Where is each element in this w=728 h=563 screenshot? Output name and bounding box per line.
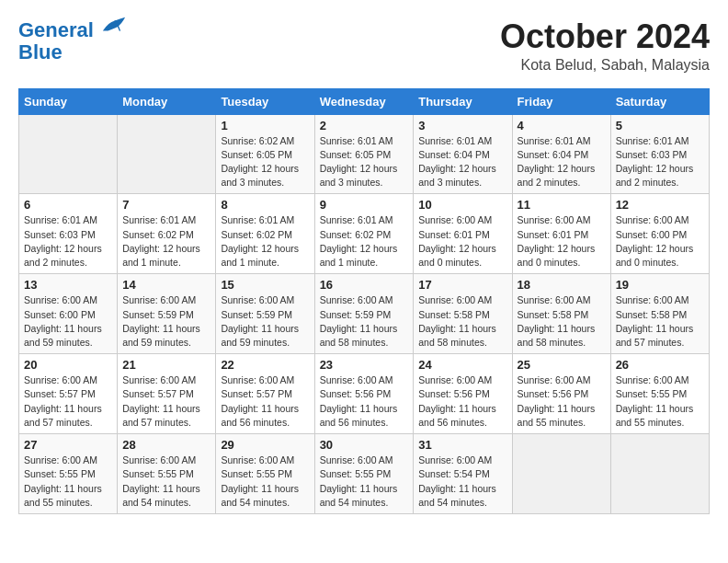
calendar-cell: 21Sunrise: 6:00 AM Sunset: 5:57 PM Dayli… <box>118 354 216 434</box>
day-info: Sunrise: 6:01 AM Sunset: 6:04 PM Dayligh… <box>418 134 506 190</box>
day-info: Sunrise: 6:00 AM Sunset: 5:57 PM Dayligh… <box>221 373 309 430</box>
day-info: Sunrise: 6:00 AM Sunset: 5:54 PM Dayligh… <box>418 454 506 510</box>
day-number: 19 <box>616 278 704 292</box>
day-info: Sunrise: 6:00 AM Sunset: 5:58 PM Dayligh… <box>518 293 606 350</box>
day-info: Sunrise: 6:00 AM Sunset: 6:00 PM Dayligh… <box>616 213 704 270</box>
calendar-cell: 4Sunrise: 6:01 AM Sunset: 6:04 PM Daylig… <box>512 114 610 194</box>
col-header-thursday: Thursday <box>414 88 512 114</box>
day-info: Sunrise: 6:00 AM Sunset: 6:01 PM Dayligh… <box>418 213 506 270</box>
day-info: Sunrise: 6:01 AM Sunset: 6:02 PM Dayligh… <box>320 213 409 270</box>
day-number: 11 <box>518 198 606 212</box>
calendar-cell: 24Sunrise: 6:00 AM Sunset: 5:56 PM Dayli… <box>414 354 512 434</box>
col-header-monday: Monday <box>118 88 216 114</box>
day-number: 22 <box>221 358 309 372</box>
day-number: 29 <box>221 438 309 452</box>
day-info: Sunrise: 6:02 AM Sunset: 6:05 PM Dayligh… <box>221 134 309 190</box>
day-number: 5 <box>616 119 704 132</box>
logo-bird-icon <box>101 15 127 37</box>
calendar-cell: 6Sunrise: 6:01 AM Sunset: 6:03 PM Daylig… <box>19 194 118 274</box>
day-info: Sunrise: 6:00 AM Sunset: 5:56 PM Dayligh… <box>518 373 606 430</box>
day-info: Sunrise: 6:00 AM Sunset: 5:59 PM Dayligh… <box>122 293 210 350</box>
col-header-friday: Friday <box>512 88 610 114</box>
calendar-cell <box>512 434 610 514</box>
day-number: 10 <box>418 198 506 212</box>
day-info: Sunrise: 6:00 AM Sunset: 5:55 PM Dayligh… <box>616 373 704 430</box>
calendar-cell: 28Sunrise: 6:00 AM Sunset: 5:55 PM Dayli… <box>118 434 216 514</box>
calendar-cell: 19Sunrise: 6:00 AM Sunset: 5:58 PM Dayli… <box>610 274 709 354</box>
calendar-cell: 8Sunrise: 6:01 AM Sunset: 6:02 PM Daylig… <box>216 194 314 274</box>
calendar-cell: 17Sunrise: 6:00 AM Sunset: 5:58 PM Dayli… <box>414 274 512 354</box>
calendar-cell: 10Sunrise: 6:00 AM Sunset: 6:01 PM Dayli… <box>414 194 512 274</box>
day-number: 28 <box>122 438 210 452</box>
day-info: Sunrise: 6:00 AM Sunset: 6:00 PM Dayligh… <box>24 293 112 350</box>
calendar-cell: 9Sunrise: 6:01 AM Sunset: 6:02 PM Daylig… <box>314 194 414 274</box>
calendar-cell: 3Sunrise: 6:01 AM Sunset: 6:04 PM Daylig… <box>414 114 512 194</box>
day-number: 1 <box>221 119 309 132</box>
logo-text2: Blue <box>18 41 127 63</box>
day-info: Sunrise: 6:00 AM Sunset: 5:55 PM Dayligh… <box>24 454 112 510</box>
day-info: Sunrise: 6:00 AM Sunset: 5:56 PM Dayligh… <box>320 373 409 430</box>
calendar-cell: 11Sunrise: 6:00 AM Sunset: 6:01 PM Dayli… <box>512 194 610 274</box>
day-info: Sunrise: 6:00 AM Sunset: 5:59 PM Dayligh… <box>320 293 409 350</box>
day-number: 25 <box>518 358 606 372</box>
day-number: 3 <box>418 119 506 132</box>
day-info: Sunrise: 6:00 AM Sunset: 5:57 PM Dayligh… <box>122 373 210 430</box>
day-info: Sunrise: 6:01 AM Sunset: 6:05 PM Dayligh… <box>320 134 409 190</box>
day-number: 17 <box>418 278 506 292</box>
day-number: 14 <box>122 278 210 292</box>
calendar-cell: 12Sunrise: 6:00 AM Sunset: 6:00 PM Dayli… <box>610 194 709 274</box>
day-number: 21 <box>122 358 210 372</box>
col-header-saturday: Saturday <box>610 88 709 114</box>
day-info: Sunrise: 6:00 AM Sunset: 5:55 PM Dayligh… <box>320 454 409 510</box>
day-number: 18 <box>518 278 606 292</box>
day-info: Sunrise: 6:00 AM Sunset: 5:56 PM Dayligh… <box>418 373 506 430</box>
day-info: Sunrise: 6:01 AM Sunset: 6:03 PM Dayligh… <box>616 134 704 190</box>
calendar-week-4: 20Sunrise: 6:00 AM Sunset: 5:57 PM Dayli… <box>19 354 710 434</box>
day-info: Sunrise: 6:01 AM Sunset: 6:02 PM Dayligh… <box>122 213 210 270</box>
col-header-sunday: Sunday <box>19 88 118 114</box>
calendar-week-5: 27Sunrise: 6:00 AM Sunset: 5:55 PM Dayli… <box>19 434 710 514</box>
day-number: 30 <box>320 438 409 452</box>
day-number: 31 <box>418 438 506 452</box>
day-number: 24 <box>418 358 506 372</box>
day-info: Sunrise: 6:01 AM Sunset: 6:03 PM Dayligh… <box>24 213 112 270</box>
logo: General Blue <box>18 18 127 63</box>
calendar-week-3: 13Sunrise: 6:00 AM Sunset: 6:00 PM Dayli… <box>19 274 710 354</box>
day-number: 23 <box>320 358 409 372</box>
calendar-cell: 5Sunrise: 6:01 AM Sunset: 6:03 PM Daylig… <box>610 114 709 194</box>
day-info: Sunrise: 6:00 AM Sunset: 5:58 PM Dayligh… <box>418 293 506 350</box>
day-number: 4 <box>518 119 606 132</box>
day-info: Sunrise: 6:00 AM Sunset: 5:59 PM Dayligh… <box>221 293 309 350</box>
location: Kota Belud, Sabah, Malaysia <box>500 57 710 74</box>
calendar-cell: 22Sunrise: 6:00 AM Sunset: 5:57 PM Dayli… <box>216 354 314 434</box>
calendar-cell: 18Sunrise: 6:00 AM Sunset: 5:58 PM Dayli… <box>512 274 610 354</box>
calendar-cell: 15Sunrise: 6:00 AM Sunset: 5:59 PM Dayli… <box>216 274 314 354</box>
logo-text: General <box>18 18 127 41</box>
day-number: 2 <box>320 119 409 132</box>
calendar-week-1: 1Sunrise: 6:02 AM Sunset: 6:05 PM Daylig… <box>19 114 710 194</box>
day-info: Sunrise: 6:00 AM Sunset: 6:01 PM Dayligh… <box>518 213 606 270</box>
calendar-cell: 13Sunrise: 6:00 AM Sunset: 6:00 PM Dayli… <box>19 274 118 354</box>
calendar-cell: 1Sunrise: 6:02 AM Sunset: 6:05 PM Daylig… <box>216 114 314 194</box>
col-header-tuesday: Tuesday <box>216 88 314 114</box>
calendar-cell: 25Sunrise: 6:00 AM Sunset: 5:56 PM Dayli… <box>512 354 610 434</box>
calendar-cell: 23Sunrise: 6:00 AM Sunset: 5:56 PM Dayli… <box>314 354 414 434</box>
day-info: Sunrise: 6:00 AM Sunset: 5:55 PM Dayligh… <box>122 454 210 510</box>
day-number: 27 <box>24 438 112 452</box>
day-number: 6 <box>24 198 112 212</box>
calendar-cell: 2Sunrise: 6:01 AM Sunset: 6:05 PM Daylig… <box>314 114 414 194</box>
calendar-week-2: 6Sunrise: 6:01 AM Sunset: 6:03 PM Daylig… <box>19 194 710 274</box>
calendar-cell <box>19 114 118 194</box>
page-header: General Blue October 2024 Kota Belud, Sa… <box>18 18 710 74</box>
day-info: Sunrise: 6:00 AM Sunset: 5:57 PM Dayligh… <box>24 373 112 430</box>
day-info: Sunrise: 6:01 AM Sunset: 6:02 PM Dayligh… <box>221 213 309 270</box>
calendar-table: SundayMondayTuesdayWednesdayThursdayFrid… <box>18 88 710 514</box>
day-number: 9 <box>320 198 409 212</box>
calendar-cell <box>610 434 709 514</box>
day-number: 7 <box>122 198 210 212</box>
day-info: Sunrise: 6:00 AM Sunset: 5:55 PM Dayligh… <box>221 454 309 510</box>
calendar-cell: 14Sunrise: 6:00 AM Sunset: 5:59 PM Dayli… <box>118 274 216 354</box>
calendar-cell: 30Sunrise: 6:00 AM Sunset: 5:55 PM Dayli… <box>314 434 414 514</box>
month-title: October 2024 <box>500 18 710 55</box>
day-number: 13 <box>24 278 112 292</box>
